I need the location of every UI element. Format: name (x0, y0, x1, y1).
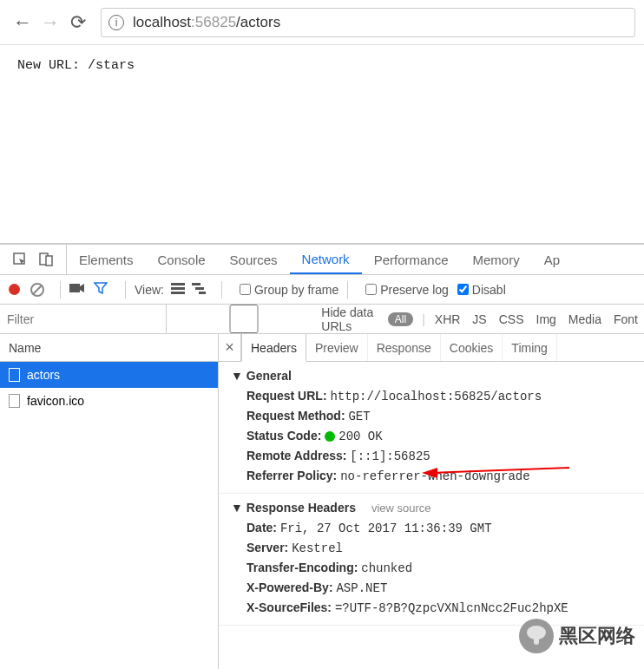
filter-css[interactable]: CSS (499, 312, 524, 326)
request-name: actors (27, 368, 60, 382)
preserve-log-label: Preserve log (380, 283, 449, 297)
filter-xhr[interactable]: XHR (435, 312, 461, 326)
svg-rect-7 (192, 283, 200, 285)
url-port: :56825 (191, 14, 236, 31)
filter-row: Hide data URLs All | XHR JS CSS Img Medi… (0, 305, 644, 334)
url-host: localhost (133, 14, 191, 31)
device-icon[interactable] (38, 252, 54, 267)
camera-icon[interactable] (69, 282, 85, 297)
filter-media[interactable]: Media (568, 312, 601, 326)
filter-js[interactable]: JS (472, 312, 486, 326)
hide-data-urls-label: Hide data URLs (321, 305, 383, 333)
tab-performance[interactable]: Performance (362, 245, 461, 274)
detail-tab-headers[interactable]: Headers (241, 334, 306, 362)
watermark: 黑区网络 (519, 619, 635, 653)
watermark-logo-icon (519, 619, 554, 653)
filter-icon[interactable] (94, 281, 108, 298)
list-column-name[interactable]: Name (0, 334, 218, 362)
detail-tab-response[interactable]: Response (368, 334, 441, 361)
filter-img[interactable]: Img (536, 312, 556, 326)
view-list-icon[interactable] (171, 282, 185, 297)
detail-tab-cookies[interactable]: Cookies (441, 334, 503, 361)
browser-toolbar: ← → ⟳ i localhost:56825/actors (0, 0, 644, 45)
svg-rect-4 (171, 283, 185, 285)
svg-rect-6 (171, 292, 185, 294)
response-headers-section: ▼Response Headersview source Date: Fri, … (219, 494, 644, 626)
devtools-corner (0, 245, 67, 274)
svg-rect-8 (195, 287, 204, 290)
tab-application[interactable]: Ap (532, 245, 572, 274)
info-icon[interactable]: i (108, 15, 124, 30)
tab-console[interactable]: Console (146, 245, 218, 274)
request-list: Name actors favicon.ico (0, 334, 219, 669)
devtools-panel: Elements Console Sources Network Perform… (0, 243, 644, 669)
back-button[interactable]: ← (9, 9, 36, 36)
tab-network[interactable]: Network (290, 245, 362, 274)
file-icon (9, 394, 20, 408)
detail-tabs: × Headers Preview Response Cookies Timin… (219, 334, 644, 362)
preserve-log-checkbox[interactable] (365, 284, 377, 295)
svg-rect-5 (171, 287, 185, 290)
view-waterfall-icon[interactable] (192, 282, 206, 297)
request-method-value: GET (348, 410, 370, 423)
header-x-sourcefiles-value: =?UTF-8?B?QzpcVXNlcnNcc2Fuc2hpXE (335, 601, 568, 615)
request-name: favicon.ico (27, 394, 84, 408)
group-by-frame-checkbox[interactable] (240, 284, 251, 295)
remote-address-value: [::1]:56825 (350, 449, 430, 463)
inspect-icon[interactable] (12, 252, 28, 267)
tab-memory[interactable]: Memory (461, 245, 532, 274)
detail-tab-preview[interactable]: Preview (306, 334, 368, 361)
header-server-value: Kestrel (292, 541, 343, 555)
forward-button[interactable]: → (36, 9, 64, 36)
detail-tab-timing[interactable]: Timing (503, 334, 557, 361)
general-title[interactable]: ▼General (231, 369, 632, 383)
disable-cache-label: Disabl (472, 283, 506, 297)
filter-font[interactable]: Font (614, 312, 638, 326)
request-url-value: http://localhost:56825/actors (330, 390, 542, 403)
reload-button[interactable]: ⟳ (64, 9, 92, 36)
header-transfer-encoding-value: chunked (361, 561, 412, 575)
view-source-link[interactable]: view source (371, 502, 431, 515)
network-toolbar: View: Group by frame Preserve log Disabl (0, 275, 644, 305)
header-date-value: Fri, 27 Oct 2017 11:36:39 GMT (280, 521, 492, 535)
url-path: /actors (236, 14, 280, 31)
record-button[interactable] (9, 284, 20, 295)
group-by-frame-label: Group by frame (254, 283, 338, 297)
general-section: ▼General Request URL: http://localhost:5… (219, 362, 644, 494)
request-row-actors[interactable]: actors (0, 362, 218, 388)
devtools-tabs: Elements Console Sources Network Perform… (0, 245, 644, 275)
page-body: New URL: /stars (0, 45, 644, 243)
svg-rect-3 (69, 284, 80, 292)
status-dot-icon (325, 431, 335, 442)
header-x-powered-by-value: ASP.NET (336, 581, 387, 595)
status-code-value: 200 OK (338, 430, 382, 443)
view-label: View: (135, 283, 164, 297)
svg-rect-9 (199, 292, 206, 294)
filter-input[interactable] (0, 305, 167, 333)
address-bar[interactable]: i localhost:56825/actors (101, 8, 635, 37)
referrer-policy-value: no-referrer-when-downgrade (340, 469, 529, 483)
filter-all[interactable]: All (388, 312, 413, 326)
file-icon (9, 368, 20, 382)
svg-rect-13 (534, 636, 539, 645)
disable-cache-checkbox[interactable] (457, 284, 469, 295)
hide-data-urls-checkbox[interactable] (167, 305, 321, 333)
request-row-favicon[interactable]: favicon.ico (0, 388, 218, 414)
tab-elements[interactable]: Elements (67, 245, 146, 274)
tab-sources[interactable]: Sources (218, 245, 290, 274)
svg-rect-2 (46, 256, 52, 266)
close-detail-button[interactable]: × (219, 334, 241, 361)
watermark-text: 黑区网络 (559, 623, 635, 649)
response-headers-title[interactable]: ▼Response Headersview source (231, 501, 632, 515)
clear-button[interactable] (30, 283, 44, 297)
